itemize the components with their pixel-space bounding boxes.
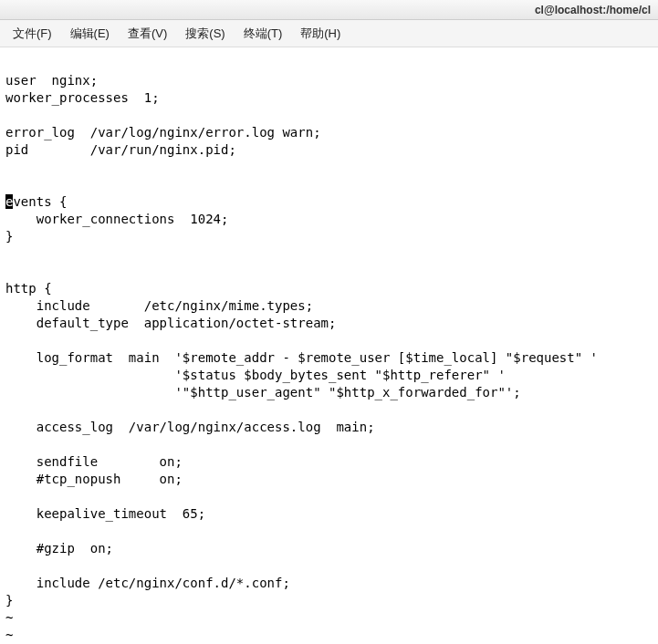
editor-line: '"$http_user_agent" "$http_x_forwarded_f…: [5, 385, 521, 400]
editor-line: worker_connections 1024;: [5, 212, 228, 226]
menu-edit[interactable]: 编辑(E): [63, 22, 117, 46]
editor-line: default_type application/octet-stream;: [5, 316, 336, 330]
editor-line: sendfile on;: [5, 454, 183, 469]
editor-line: }: [5, 593, 13, 608]
vim-tilde: ~: [5, 610, 13, 625]
editor-line: vents {: [13, 194, 67, 209]
editor-line: pid /var/run/nginx.pid;: [5, 142, 236, 157]
editor-line: include /etc/nginx/conf.d/*.conf;: [5, 576, 290, 590]
menu-terminal[interactable]: 终端(T): [236, 22, 290, 46]
editor-line: error_log /var/log/nginx/error.log warn;: [5, 125, 321, 140]
editor-line: access_log /var/log/nginx/access.log mai…: [5, 420, 375, 434]
menu-view[interactable]: 查看(V): [120, 22, 174, 46]
editor-line: #gzip on;: [5, 541, 113, 556]
editor-line: worker_processes 1;: [5, 90, 160, 105]
menubar: 文件(F) 编辑(E) 查看(V) 搜索(S) 终端(T) 帮助(H): [0, 20, 658, 47]
menu-file[interactable]: 文件(F): [5, 22, 59, 46]
menu-search[interactable]: 搜索(S): [178, 22, 232, 46]
editor-line: user nginx;: [5, 73, 98, 88]
window-title: cl@localhost:/home/cl: [535, 4, 651, 16]
editor-line: include /etc/nginx/mime.types;: [5, 298, 313, 313]
window-titlebar: cl@localhost:/home/cl: [0, 0, 658, 20]
editor-line: keepalive_timeout 65;: [5, 506, 205, 521]
editor-line: '$status $body_bytes_sent "$http_referer…: [5, 368, 506, 382]
editor-line: http {: [5, 281, 52, 296]
menu-help[interactable]: 帮助(H): [293, 22, 348, 46]
editor-line: }: [5, 229, 13, 244]
editor-line: log_format main '$remote_addr - $remote_…: [5, 350, 598, 365]
terminal-content[interactable]: user nginx; worker_processes 1; error_lo…: [0, 47, 658, 644]
vim-tilde: ~: [5, 628, 13, 642]
editor-line: #tcp_nopush on;: [5, 472, 183, 486]
